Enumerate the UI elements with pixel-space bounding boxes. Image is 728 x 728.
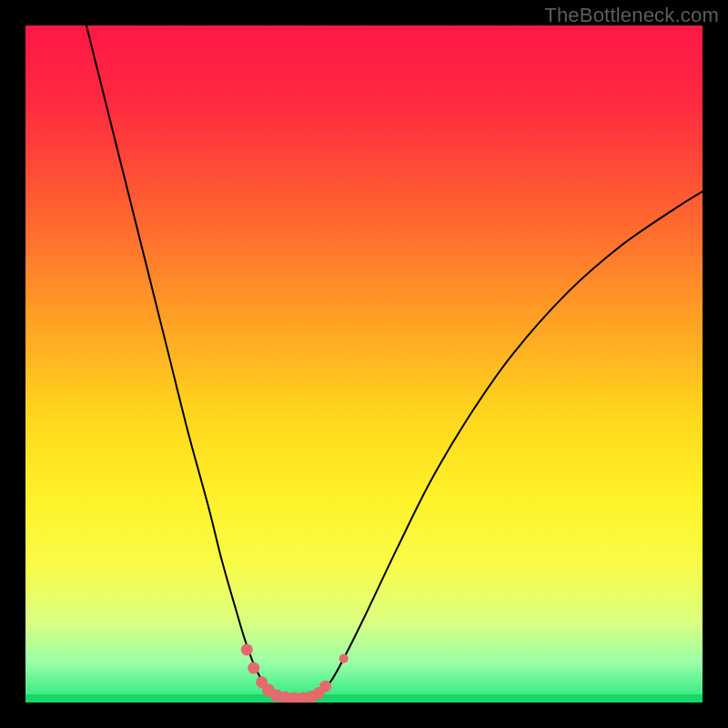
highlight-dot	[241, 643, 253, 655]
highlight-dot	[319, 681, 331, 693]
gradient-background	[25, 25, 703, 703]
watermark-text: TheBottleneck.com	[544, 4, 719, 27]
highlight-dot	[248, 662, 259, 674]
chart-svg	[25, 25, 703, 703]
bottom-green-band	[25, 694, 703, 703]
highlight-dot	[339, 654, 349, 663]
chart-frame: TheBottleneck.com	[0, 0, 728, 728]
plot-area	[25, 25, 703, 703]
